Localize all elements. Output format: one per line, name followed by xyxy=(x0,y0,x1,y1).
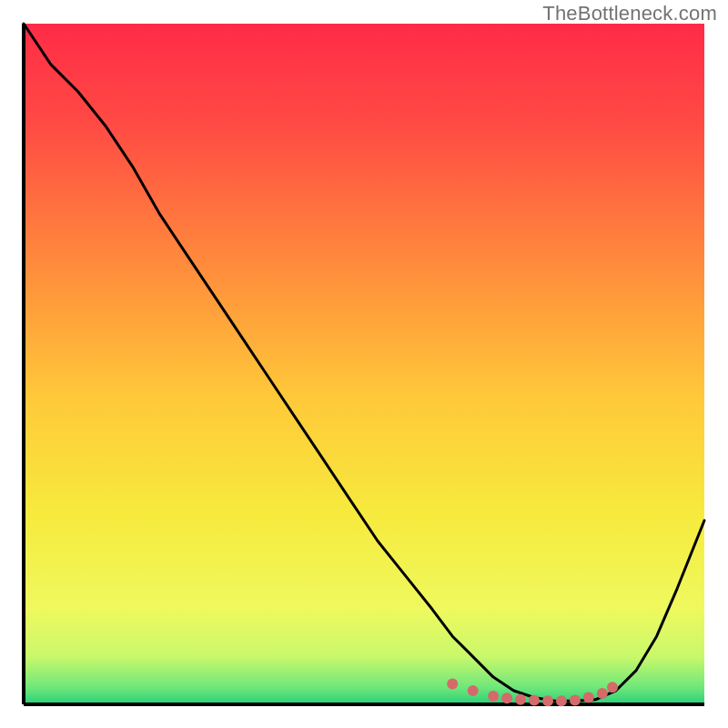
optimal-marker xyxy=(447,679,458,690)
optimal-marker xyxy=(501,693,512,703)
optimal-marker xyxy=(583,693,594,703)
plot-background xyxy=(24,24,704,704)
optimal-marker xyxy=(515,694,526,705)
optimal-marker xyxy=(468,685,479,696)
chart-plot xyxy=(0,0,728,728)
optimal-marker xyxy=(597,688,608,699)
optimal-marker xyxy=(529,695,540,706)
watermark-text: TheBottleneck.com xyxy=(542,2,717,25)
optimal-marker xyxy=(542,695,553,706)
optimal-marker xyxy=(556,695,567,706)
optimal-marker xyxy=(488,691,499,702)
optimal-marker xyxy=(570,695,581,706)
optimal-marker xyxy=(607,682,618,693)
